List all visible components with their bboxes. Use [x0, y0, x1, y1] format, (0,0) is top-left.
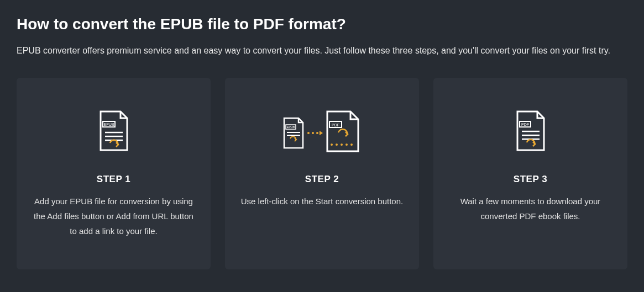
svg-point-11	[316, 132, 318, 134]
page-subheading: EPUB converter offers premium service an…	[17, 43, 625, 58]
step-title: STEP 3	[514, 174, 547, 185]
svg-point-15	[336, 144, 338, 146]
step-card: EPUB PDF	[225, 78, 419, 269]
step-title: STEP 2	[305, 174, 339, 185]
svg-point-17	[345, 144, 348, 146]
svg-point-9	[307, 132, 310, 134]
svg-point-14	[331, 144, 333, 146]
epub-to-pdf-conversion-icon: EPUB PDF	[281, 107, 364, 156]
step-description: Add your EPUB file for conversion by usi…	[32, 194, 195, 238]
page-heading: How to convert the EPUB file to PDF form…	[17, 15, 627, 33]
step-title: STEP 1	[97, 174, 130, 185]
steps-container: EPUB STEP 1 Add your EPUB file for conve…	[17, 78, 627, 269]
step-card: EPUB STEP 1 Add your EPUB file for conve…	[17, 78, 211, 269]
step-card: PDF STEP 3 Wait a few moments to downloa…	[433, 78, 627, 269]
svg-text:PDF: PDF	[332, 123, 339, 127]
epub-file-icon: EPUB	[97, 107, 130, 156]
svg-text:EPUB: EPUB	[103, 123, 114, 126]
svg-text:PDF: PDF	[521, 123, 529, 126]
svg-point-16	[341, 144, 343, 146]
svg-point-10	[312, 132, 314, 134]
step-description: Use left-click on the Start conversion b…	[241, 194, 403, 209]
svg-point-18	[350, 144, 353, 146]
pdf-file-icon: PDF	[514, 107, 547, 156]
svg-text:EPUB: EPUB	[286, 125, 295, 129]
step-description: Wait a few moments to download your conv…	[449, 194, 612, 224]
